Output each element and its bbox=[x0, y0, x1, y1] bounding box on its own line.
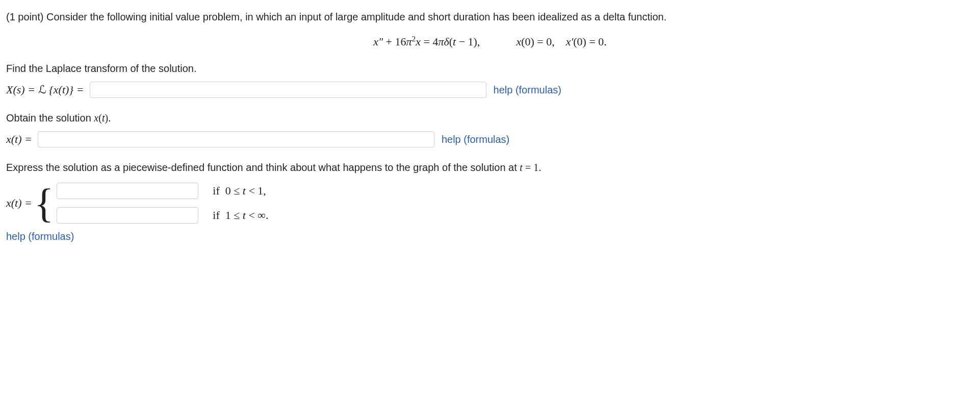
xt-lhs: x(t) = bbox=[6, 133, 38, 146]
help-link-xt[interactable]: help (formulas) bbox=[442, 134, 509, 145]
problem-statement: (1 point) Consider the following initial… bbox=[6, 11, 974, 23]
Xs-row: X(s) = ℒ {x(t)} = help (formulas) bbox=[6, 82, 974, 98]
pw2-input[interactable] bbox=[57, 207, 198, 224]
ode-equation: x″ + 16π2x = 4πδ(t − 1), x(0) = 0, x′(0)… bbox=[6, 34, 974, 48]
pw2-cond: if 1 ≤ t < ∞. bbox=[213, 209, 268, 222]
points-label: (1 point) bbox=[6, 11, 43, 22]
xt-row: x(t) = help (formulas) bbox=[6, 131, 974, 148]
pw-row-2: if 1 ≤ t < ∞. bbox=[57, 207, 268, 224]
Xs-lhs: X(s) = ℒ {x(t)} = bbox=[6, 83, 90, 96]
pw-row-1: if 0 ≤ t < 1, bbox=[57, 183, 268, 199]
step3-text: Express the solution as a piecewise-defi… bbox=[6, 162, 974, 174]
help-link-Xs[interactable]: help (formulas) bbox=[494, 84, 561, 96]
intro-text: Consider the following initial value pro… bbox=[46, 11, 666, 22]
step1-text: Find the Laplace transform of the soluti… bbox=[6, 63, 974, 75]
pw1-input[interactable] bbox=[57, 183, 198, 199]
xt-input[interactable] bbox=[38, 131, 434, 148]
step2-text: Obtain the solution x(t). bbox=[6, 112, 974, 124]
help-link-pw[interactable]: help (formulas) bbox=[6, 231, 74, 242]
brace-icon: { bbox=[34, 183, 54, 224]
pw-lhs: x(t) = bbox=[6, 196, 32, 210]
Xs-input[interactable] bbox=[90, 82, 486, 98]
piecewise-block: x(t) = { if 0 ≤ t < 1, if 1 ≤ t < ∞. bbox=[6, 183, 974, 224]
pw1-cond: if 0 ≤ t < 1, bbox=[213, 184, 266, 198]
